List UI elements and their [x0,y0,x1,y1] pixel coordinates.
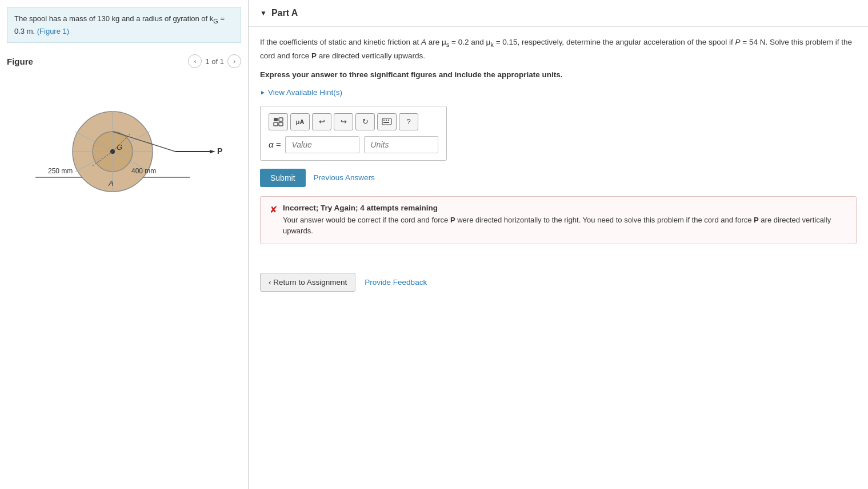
matrix-button[interactable] [269,113,288,130]
svg-rect-24 [386,120,387,121]
return-to-assignment-button[interactable]: ‹ Return to Assignment [260,273,355,292]
figure-next-button[interactable]: › [227,54,241,68]
figure-prev-button[interactable]: ‹ [188,54,202,68]
left-panel: The spool has a mass of 130 kg and a rad… [0,0,249,489]
svg-text:400 mm: 400 mm [131,167,156,175]
previous-answers-link[interactable]: Previous Answers [314,173,375,182]
svg-rect-20 [274,122,278,126]
problem-text: If the coefficients of static and kineti… [260,36,857,62]
problem-info-text: The spool has a mass of 130 kg and a rad… [14,14,207,23]
svg-rect-21 [279,122,283,126]
undo-button[interactable]: ↩ [312,113,331,130]
submit-button[interactable]: Submit [260,169,306,187]
error-icon: ✘ [270,204,277,215]
hint-link[interactable]: ► View Available Hint(s) [260,88,857,97]
error-title: Incorrect; Try Again; 4 attempts remaini… [283,204,847,212]
svg-text:A: A [108,179,114,188]
figure-link[interactable]: (Figure 1) [37,27,69,35]
problem-info-box: The spool has a mass of 130 kg and a rad… [7,7,241,43]
refresh-button[interactable]: ↻ [355,113,375,130]
svg-marker-11 [210,150,215,153]
units-input[interactable] [364,136,438,153]
keyboard-button[interactable] [377,113,397,130]
unit-button[interactable]: μA [290,113,310,130]
help-button[interactable]: ? [399,113,418,130]
bottom-nav: ‹ Return to Assignment Provide Feedback [249,265,868,300]
answer-toolbar: μA ↩ ↪ ↻ ? [269,113,438,130]
figure-title: Figure [7,57,33,66]
action-row: Submit Previous Answers [260,169,857,187]
svg-rect-22 [382,118,391,125]
svg-rect-26 [383,122,389,123]
redo-button[interactable]: ↪ [334,113,353,130]
right-panel: ▼ Part A If the coefficients of static a… [249,0,868,489]
part-content: If the coefficients of static and kineti… [249,27,868,265]
answer-box: μA ↩ ↪ ↻ ? α = [260,106,447,161]
input-row: α = [269,136,438,153]
error-box: ✘ Incorrect; Try Again; 4 attempts remai… [260,196,857,244]
svg-text:P: P [217,146,222,156]
figure-header: Figure ‹ 1 of 1 › [7,54,241,68]
value-input[interactable] [285,136,359,153]
alpha-label: α = [269,140,281,149]
svg-rect-18 [274,118,278,121]
figure-navigation: ‹ 1 of 1 › [188,54,241,68]
figure-diagram: G P 250 mm 400 mm A [7,71,241,197]
hint-label: View Available Hint(s) [268,88,342,97]
hint-arrow-icon: ► [260,89,266,96]
part-label: Part A [271,8,298,18]
svg-text:250 mm: 250 mm [48,167,73,175]
svg-rect-25 [388,120,389,121]
part-header: ▼ Part A [249,0,868,27]
svg-rect-23 [383,120,385,121]
express-instruction: Express your answer to three significant… [260,69,857,81]
error-content: Incorrect; Try Again; 4 attempts remaini… [283,204,847,237]
figure-page-indicator: 1 of 1 [205,57,224,66]
part-collapse-arrow[interactable]: ▼ [260,9,267,17]
svg-rect-19 [279,118,283,121]
error-message: Your answer would be correct if the cord… [283,214,847,237]
provide-feedback-link[interactable]: Provide Feedback [365,278,427,287]
figure-section: Figure ‹ 1 of 1 › [0,50,248,489]
